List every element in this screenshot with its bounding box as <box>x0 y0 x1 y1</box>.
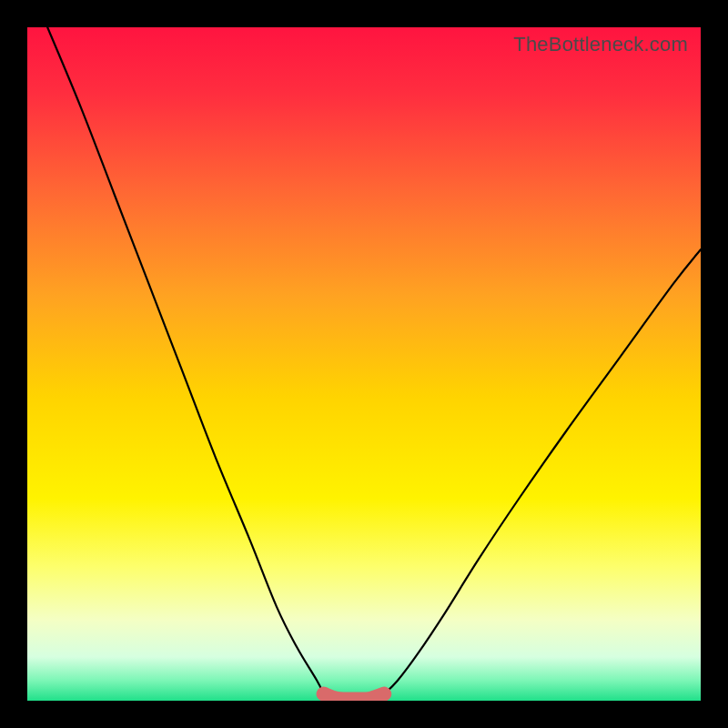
plot-area: TheBottleneck.com <box>27 27 701 701</box>
left-curve <box>47 27 323 694</box>
watermark-text: TheBottleneck.com <box>513 33 688 56</box>
right-curve <box>384 249 701 693</box>
flat-bottom-marker <box>324 694 385 700</box>
curve-layer <box>27 27 701 701</box>
chart-frame: TheBottleneck.com <box>0 0 728 728</box>
